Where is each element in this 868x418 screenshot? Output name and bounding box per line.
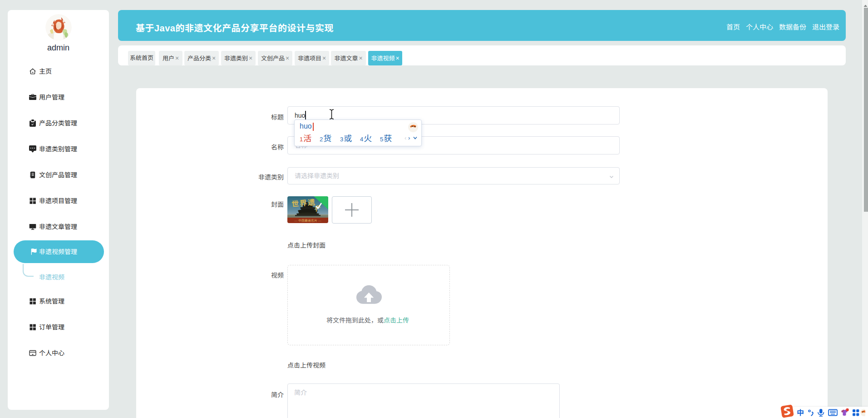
svg-text:世界遗: 世界遗: [291, 196, 316, 209]
svg-text:中: 中: [797, 408, 804, 417]
svg-text:— 中国最著名片 —: — 中国最著名片 —: [294, 218, 321, 223]
